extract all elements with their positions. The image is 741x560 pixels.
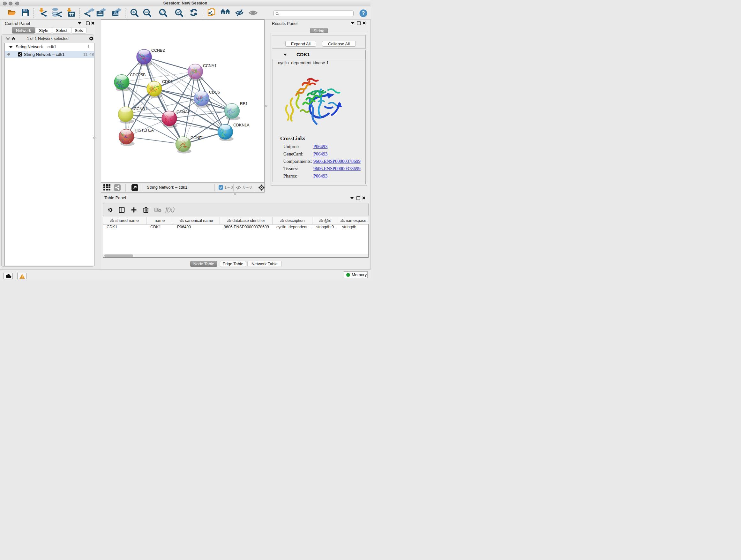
svg-text:CDC6: CDC6 <box>209 90 220 95</box>
svg-text:CDK1: CDK1 <box>162 79 173 84</box>
svg-text:CDC25B: CDC25B <box>130 73 145 77</box>
svg-text:?: ? <box>362 10 365 16</box>
svg-text:CCNB2: CCNB2 <box>151 48 165 53</box>
svg-text:CCNB1: CCNB1 <box>134 107 147 111</box>
svg-text:CCNE1: CCNE1 <box>191 136 204 140</box>
svg-text:RB1: RB1 <box>240 102 248 106</box>
svg-text:CCNA2: CCNA2 <box>177 110 190 114</box>
svg-text:HIST1H1A: HIST1H1A <box>135 128 154 132</box>
svg-text:CDKN1A: CDKN1A <box>233 123 250 127</box>
svg-text:CCNA1: CCNA1 <box>203 64 216 68</box>
